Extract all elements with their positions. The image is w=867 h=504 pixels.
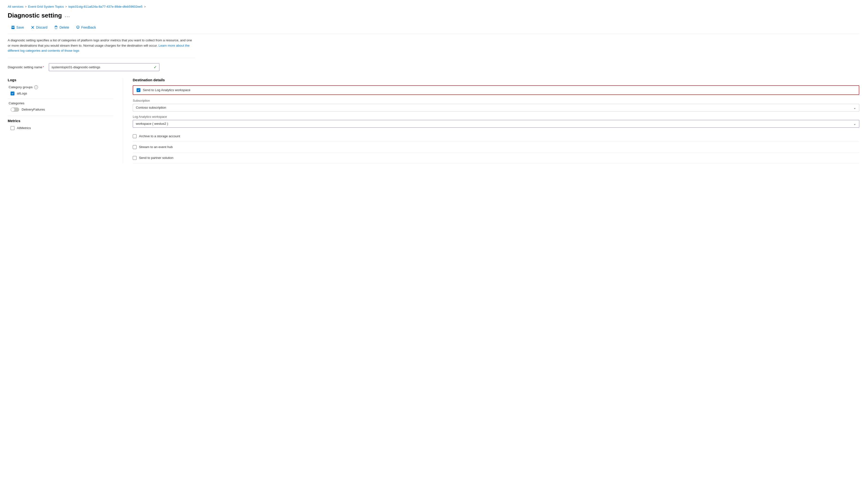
discard-button[interactable]: Discard (28, 24, 51, 31)
subscription-label: Subscription (133, 99, 859, 103)
delivery-failures-row: DeliveryFailures (11, 107, 113, 112)
log-analytics-checkbox[interactable] (137, 88, 140, 92)
event-hub-label[interactable]: Stream to an event hub (139, 145, 173, 149)
description-text: A diagnostic setting specifies a list of… (8, 38, 195, 58)
workspace-value: workspace ( westus2 ) (136, 122, 168, 126)
category-groups-info-icon[interactable]: i (34, 85, 38, 89)
breadcrumb-all-services[interactable]: All services (8, 5, 23, 8)
category-groups-label: Category groups i (9, 85, 113, 89)
discard-icon (31, 25, 35, 29)
logs-header: Logs (8, 78, 113, 82)
setting-name-input[interactable]: systemtopic01-diagnostic-settings ✓ (49, 63, 159, 71)
setting-name-row: Diagnostic setting name* systemtopic01-d… (8, 63, 859, 71)
valid-icon: ✓ (154, 65, 157, 69)
categories-label: Categories (9, 101, 113, 105)
svg-point-7 (76, 26, 79, 29)
page-title-area: Diagnostic setting ... (8, 12, 859, 19)
more-options-button[interactable]: ... (65, 13, 70, 18)
svg-rect-1 (12, 26, 14, 27)
partner-solution-checkbox[interactable] (133, 156, 137, 160)
toolbar: Save Discard Delete (8, 24, 859, 34)
event-hub-row: Stream to an event hub (133, 142, 859, 153)
main-layout: Logs Category groups i allLogs Categorie… (8, 78, 859, 163)
delete-button[interactable]: Delete (51, 24, 72, 31)
breadcrumb-sep-1: > (25, 5, 27, 8)
subscription-chevron-icon: ⌄ (853, 106, 856, 110)
breadcrumb-topic[interactable]: topic01stg-811a624a-8a77-437e-89de-dfeb5… (68, 5, 142, 8)
all-metrics-checkbox[interactable] (11, 126, 14, 130)
svg-point-9 (78, 27, 79, 28)
right-panel: Destination details Send to Log Analytic… (123, 78, 859, 163)
all-metrics-label[interactable]: AllMetrics (17, 126, 31, 130)
breadcrumb-sep-3: > (144, 5, 146, 8)
log-analytics-label[interactable]: Send to Log Analytics workspace (143, 88, 190, 92)
save-button[interactable]: Save (8, 24, 28, 31)
svg-rect-6 (55, 26, 57, 27)
left-panel: Logs Category groups i allLogs Categorie… (8, 78, 123, 163)
setting-name-value: systemtopic01-diagnostic-settings (52, 65, 154, 69)
archive-storage-checkbox[interactable] (133, 135, 137, 138)
delivery-failures-label[interactable]: DeliveryFailures (22, 108, 45, 111)
setting-name-label: Diagnostic setting name* (8, 65, 44, 69)
subscription-field: Subscription Contoso subscription ⌄ (133, 99, 859, 111)
svg-point-8 (77, 27, 78, 28)
archive-storage-row: Archive to a storage account (133, 131, 859, 142)
all-logs-checkbox[interactable] (11, 92, 14, 95)
delivery-failures-toggle[interactable] (11, 107, 19, 112)
delete-label: Delete (60, 25, 69, 29)
metrics-section: Metrics AllMetrics (8, 119, 113, 130)
svg-rect-2 (12, 28, 14, 29)
event-hub-checkbox[interactable] (133, 145, 137, 149)
svg-rect-5 (55, 26, 57, 26)
destination-header: Destination details (133, 78, 859, 82)
metrics-header: Metrics (8, 119, 113, 123)
feedback-button[interactable]: Feedback (73, 24, 99, 31)
workspace-label: Log Analytics workspace (133, 115, 859, 118)
metrics-top-divider (8, 116, 113, 116)
save-icon (11, 25, 15, 29)
logs-section: Logs Category groups i allLogs Categorie… (8, 78, 113, 112)
archive-storage-label[interactable]: Archive to a storage account (139, 135, 180, 138)
all-metrics-row: AllMetrics (11, 126, 113, 130)
subscription-dropdown[interactable]: Contoso subscription ⌄ (133, 104, 859, 111)
workspace-dropdown[interactable]: workspace ( westus2 ) ⌄ (133, 120, 859, 128)
partner-solution-label[interactable]: Send to partner solution (139, 156, 173, 160)
partner-solution-row: Send to partner solution (133, 153, 859, 163)
feedback-icon (76, 25, 80, 29)
workspace-field: Log Analytics workspace workspace ( west… (133, 115, 859, 128)
feedback-label: Feedback (81, 25, 96, 29)
workspace-chevron-icon: ⌄ (853, 122, 856, 126)
all-logs-label[interactable]: allLogs (17, 92, 27, 95)
breadcrumb: All services > Event Grid System Topics … (8, 5, 859, 8)
breadcrumb-event-grid[interactable]: Event Grid System Topics (28, 5, 64, 8)
breadcrumb-sep-2: > (65, 5, 67, 8)
page-title: Diagnostic setting (8, 12, 62, 19)
log-analytics-box: Send to Log Analytics workspace (133, 85, 859, 95)
delete-icon (54, 25, 58, 29)
subscription-value: Contoso subscription (136, 106, 166, 109)
discard-label: Discard (36, 25, 47, 29)
save-label: Save (17, 25, 24, 29)
all-logs-row: allLogs (11, 92, 113, 95)
